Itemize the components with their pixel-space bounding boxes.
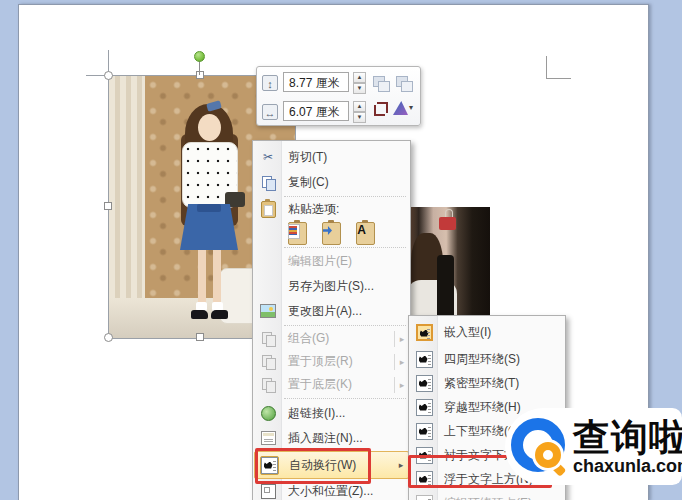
wrap-tight-icon bbox=[410, 375, 438, 392]
rotation-handle[interactable] bbox=[194, 51, 205, 62]
width-icon: ↔ bbox=[262, 104, 278, 120]
wrap-top-bottom-icon bbox=[410, 423, 438, 440]
menu-separator bbox=[284, 325, 406, 326]
copy-icon bbox=[254, 176, 282, 189]
photo2-vest bbox=[437, 255, 454, 324]
menu-item-edit-picture[interactable]: 编辑图片(E) bbox=[254, 249, 409, 273]
word-workspace: ↕ 8.77 厘米 ▲▼ ↔ 6.07 厘米 ▲▼ ▾ ✂ 剪切(T) 复制(C… bbox=[0, 0, 682, 500]
watermark-title: 查询啦 bbox=[573, 419, 682, 456]
chaxunla-watermark: 查询啦 chaxunla.com bbox=[505, 408, 682, 485]
bring-forward-icon[interactable] bbox=[373, 76, 390, 91]
paste-keep-source-formatting-button[interactable] bbox=[284, 219, 310, 247]
hyperlink-globe-icon bbox=[254, 406, 282, 421]
height-spinner[interactable]: ▲▼ bbox=[353, 72, 366, 92]
send-to-back-icon bbox=[254, 378, 282, 391]
submenu-arrow-icon: ▸ bbox=[394, 460, 408, 470]
width-spinner[interactable]: ▲▼ bbox=[353, 101, 366, 121]
wrap-square-icon bbox=[410, 351, 438, 368]
width-field[interactable]: 6.07 厘米 bbox=[283, 101, 349, 121]
wrap-edit-points-icon bbox=[410, 495, 438, 500]
picture-context-menu: ✂ 剪切(T) 复制(C) 粘贴选项: A 编辑图片(E) 另存为图片(S)..… bbox=[252, 140, 411, 500]
submenu-arrow-icon: ▸ bbox=[394, 377, 409, 393]
resize-handle-bottom[interactable] bbox=[196, 333, 204, 341]
paste-keep-text-only-button[interactable]: A bbox=[352, 219, 378, 247]
caption-icon bbox=[254, 431, 282, 445]
photo2-red-bag bbox=[439, 217, 456, 230]
resize-handle-left[interactable] bbox=[104, 202, 112, 210]
floating-size-toolbar: ↕ 8.77 厘米 ▲▼ ↔ 6.07 厘米 ▲▼ ▾ bbox=[256, 66, 421, 126]
menu-item-change-picture[interactable]: 更改图片(A)... bbox=[254, 299, 409, 323]
menu-item-bring-to-front[interactable]: 置于顶层(R) ▸ bbox=[254, 350, 409, 373]
menu-item-paste-options: 粘贴选项: bbox=[254, 199, 409, 219]
menu-separator bbox=[284, 398, 406, 399]
size-position-icon bbox=[254, 484, 282, 499]
submenu-arrow-icon: ▸ bbox=[394, 354, 409, 370]
rotation-handle-stem bbox=[199, 61, 200, 75]
menu-item-cut[interactable]: ✂ 剪切(T) bbox=[254, 145, 409, 169]
menu-item-copy[interactable]: 复制(C) bbox=[254, 170, 409, 194]
recolor-dropdown-caret[interactable]: ▾ bbox=[409, 103, 413, 112]
menu-separator bbox=[284, 196, 406, 197]
menu-item-save-as-picture[interactable]: 另存为图片(S)... bbox=[254, 274, 409, 298]
menu-item-insert-caption[interactable]: 插入题注(N)... bbox=[254, 426, 409, 450]
submenu-item-in-line-with-text[interactable]: 嵌入型(I) bbox=[410, 320, 564, 344]
scissors-icon: ✂ bbox=[254, 150, 282, 164]
background-picture[interactable] bbox=[409, 207, 490, 324]
picture-icon bbox=[254, 304, 282, 318]
submenu-item-square[interactable]: 四周型环绕(S) bbox=[410, 347, 564, 371]
resize-handle-top-left[interactable] bbox=[104, 71, 113, 80]
annotation-box-wrap-text bbox=[255, 448, 371, 484]
height-icon: ↕ bbox=[262, 75, 278, 91]
crop-icon[interactable] bbox=[373, 102, 387, 116]
wrap-inline-icon bbox=[410, 324, 438, 341]
bring-to-front-icon bbox=[254, 355, 282, 368]
submenu-item-tight[interactable]: 紧密型环绕(T) bbox=[410, 371, 564, 395]
photo-person bbox=[167, 104, 251, 332]
menu-item-send-to-back[interactable]: 置于底层(K) ▸ bbox=[254, 373, 409, 396]
menu-item-hyperlink[interactable]: 超链接(I)... bbox=[254, 401, 409, 425]
margin-corner-mark bbox=[546, 56, 571, 79]
resize-handle-bottom-left[interactable] bbox=[104, 333, 113, 342]
height-field[interactable]: 8.77 厘米 bbox=[283, 72, 349, 92]
group-icon bbox=[254, 332, 282, 345]
clipboard-icon bbox=[254, 201, 282, 218]
submenu-arrow-icon: ▸ bbox=[394, 331, 409, 347]
send-backward-icon[interactable] bbox=[396, 76, 413, 91]
submenu-item-edit-wrap-points[interactable]: 编辑环绕顶点(E) bbox=[410, 491, 564, 500]
paste-picture-button[interactable] bbox=[318, 219, 344, 247]
menu-item-group[interactable]: 组合(G) ▸ bbox=[254, 327, 409, 350]
chaxunla-logo-icon bbox=[509, 416, 571, 478]
watermark-domain: chaxunla.com bbox=[573, 457, 682, 475]
resize-handle-top[interactable] bbox=[196, 71, 204, 79]
paste-options-row: A bbox=[284, 219, 378, 247]
wrap-through-icon bbox=[410, 399, 438, 416]
menu-separator bbox=[284, 247, 406, 248]
